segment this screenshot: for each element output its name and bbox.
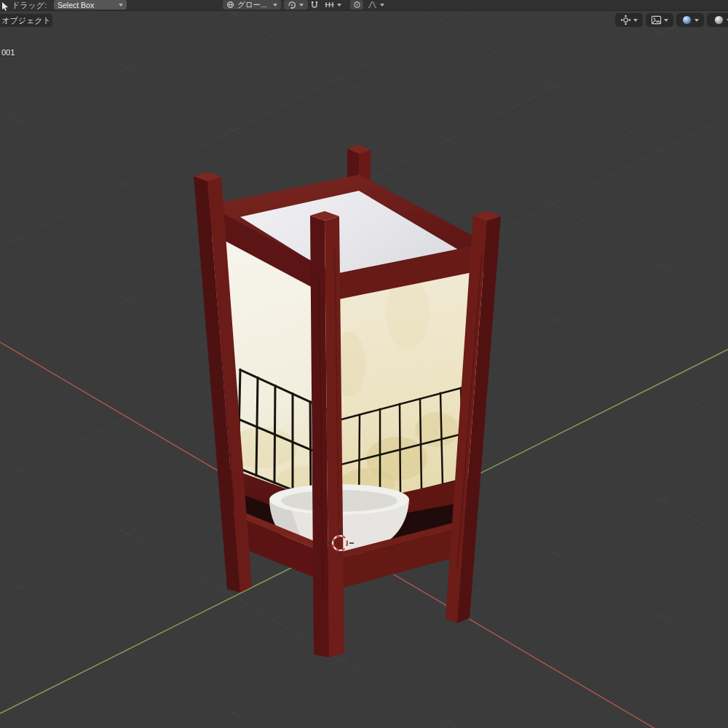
- overlays-icon: [651, 15, 662, 25]
- snap-target-dropdown[interactable]: [323, 0, 346, 9]
- snap-toggle-button[interactable]: [310, 0, 322, 9]
- drag-label: ドラッグ:: [12, 1, 47, 9]
- orientation-value: グロー...: [237, 0, 270, 10]
- chevron-down-icon: [633, 19, 638, 22]
- chevron-down-icon: [380, 4, 384, 7]
- header-bar: ドラッグ: Select Box グロー...: [0, 0, 728, 11]
- globe-icon: [226, 1, 234, 9]
- gizmo-icon: [620, 15, 631, 25]
- chevron-down-icon: [299, 4, 304, 7]
- falloff-dropdown[interactable]: [365, 0, 387, 9]
- chevron-down-icon: [695, 19, 699, 22]
- chevron-down-icon: [273, 4, 277, 7]
- pivot-dropdown[interactable]: [284, 0, 308, 9]
- chevron-down-icon: [337, 4, 341, 7]
- front-post: [310, 211, 344, 657]
- overlays-dropdown[interactable]: [646, 13, 673, 27]
- mode-dropdown[interactable]: オブジェクト: [0, 14, 52, 27]
- orientation-dropdown[interactable]: グロー...: [223, 0, 281, 9]
- chevron-down-icon: [119, 4, 123, 7]
- active-tool-icon: [1, 1, 9, 9]
- magnet-icon: [310, 1, 319, 9]
- shading-mode-dropdown[interactable]: [707, 13, 728, 27]
- chevron-down-icon: [664, 19, 668, 22]
- snap-increment-icon: [325, 1, 334, 9]
- falloff-curve-icon: [368, 1, 377, 9]
- gizmo-dropdown[interactable]: [615, 13, 643, 27]
- material-sphere-icon: [681, 15, 692, 25]
- select-mode-value: Select Box: [58, 1, 116, 9]
- select-mode-dropdown[interactable]: Select Box: [54, 0, 127, 9]
- object-name-overlay: 001: [1, 48, 15, 57]
- rendered-sphere-icon: [713, 15, 724, 25]
- pivot-point-icon: [288, 1, 296, 9]
- proportional-circle-icon: [353, 1, 361, 9]
- proportional-editing-button[interactable]: [350, 0, 363, 9]
- shading-material-dropdown[interactable]: [676, 13, 704, 27]
- viewport-3d[interactable]: [0, 0, 728, 728]
